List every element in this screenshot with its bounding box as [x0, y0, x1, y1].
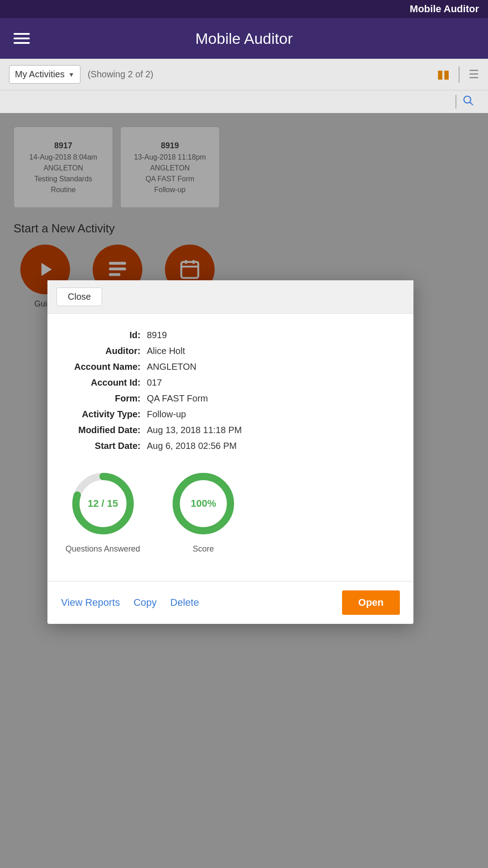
close-button[interactable]: Close [56, 288, 102, 306]
table-row: Modified Date: Aug 13, 2018 11:18 PM [66, 422, 395, 438]
grid-icon: ▮▮ [437, 67, 450, 81]
hamburger-menu-button[interactable] [14, 33, 30, 44]
field-value-start-date: Aug 6, 2018 02:56 PM [147, 438, 395, 454]
score-donut: 100% [167, 467, 239, 540]
field-value-form: QA FAST Form [147, 391, 395, 406]
search-button[interactable] [462, 94, 474, 110]
hamburger-line-3 [14, 42, 30, 44]
footer-actions: View Reports Copy Delete [61, 597, 199, 609]
list-view-button[interactable]: ☰ [469, 67, 479, 81]
field-label-activity-type: Activity Type: [66, 406, 147, 422]
modal-header: Close [47, 280, 413, 314]
list-icon: ☰ [469, 67, 479, 81]
field-label-auditor: Auditor: [66, 343, 147, 359]
nav-title: Mobile Auditor [195, 30, 292, 47]
field-value-id: 8919 [147, 327, 395, 343]
status-bar: Mobile Auditor [0, 0, 488, 18]
field-label-modified-date: Modified Date: [66, 422, 147, 438]
questions-donut-text: 12 / 15 [88, 498, 118, 509]
activity-detail-modal: Close Id: 8919 Auditor: Alice Holt Accou… [47, 280, 413, 624]
field-label-id: Id: [66, 327, 147, 343]
status-bar-title: Mobile Auditor [410, 3, 479, 15]
questions-answered-chart: 12 / 15 Questions Answered [66, 467, 140, 554]
toolbar-divider [459, 66, 460, 83]
hamburger-line-2 [14, 38, 30, 39]
modal-footer: View Reports Copy Delete Open [47, 581, 413, 624]
table-row: Account Id: 017 [66, 375, 395, 391]
field-label-form: Form: [66, 391, 147, 406]
search-icon [462, 94, 474, 107]
activities-dropdown[interactable]: My Activities ▼ [9, 65, 80, 84]
view-reports-button[interactable]: View Reports [61, 597, 120, 609]
field-value-modified-date: Aug 13, 2018 11:18 PM [147, 422, 395, 438]
table-row: Auditor: Alice Holt [66, 343, 395, 359]
score-donut-text: 100% [191, 498, 216, 509]
showing-label: (Showing 2 of 2) [88, 69, 154, 80]
table-row: Start Date: Aug 6, 2018 02:56 PM [66, 438, 395, 454]
top-nav: Mobile Auditor [0, 18, 488, 59]
chevron-down-icon: ▼ [68, 71, 75, 78]
score-chart-label: Score [193, 544, 214, 554]
score-chart: 100% Score [167, 467, 239, 554]
delete-button[interactable]: Delete [170, 597, 199, 609]
questions-chart-label: Questions Answered [66, 544, 140, 554]
search-row-divider [455, 95, 456, 108]
field-value-auditor: Alice Holt [147, 343, 395, 359]
main-content: 8917 14-Aug-2018 8:04am ANGLETON Testing… [0, 113, 488, 868]
grid-view-button[interactable]: ▮▮ [437, 67, 450, 81]
field-label-account-id: Account Id: [66, 375, 147, 391]
svg-point-0 [464, 96, 471, 103]
activities-dropdown-label: My Activities [15, 69, 65, 80]
toolbar: My Activities ▼ (Showing 2 of 2) ▮▮ ☰ [0, 59, 488, 90]
questions-donut: 12 / 15 [67, 467, 139, 540]
field-value-account-name: ANGLETON [147, 359, 395, 375]
hamburger-line-1 [14, 33, 30, 35]
field-value-account-id: 017 [147, 375, 395, 391]
field-label-start-date: Start Date: [66, 438, 147, 454]
search-row [0, 90, 488, 113]
copy-button[interactable]: Copy [133, 597, 156, 609]
toolbar-right: ▮▮ ☰ [437, 66, 479, 83]
field-value-activity-type: Follow-up [147, 406, 395, 422]
svg-line-1 [470, 102, 473, 105]
modal-body: Id: 8919 Auditor: Alice Holt Account Nam… [47, 314, 413, 581]
activity-info-table: Id: 8919 Auditor: Alice Holt Account Nam… [66, 327, 395, 454]
open-button[interactable]: Open [342, 590, 400, 615]
table-row: Activity Type: Follow-up [66, 406, 395, 422]
table-row: Id: 8919 [66, 327, 395, 343]
charts-row: 12 / 15 Questions Answered 100% [66, 467, 395, 554]
table-row: Form: QA FAST Form [66, 391, 395, 406]
table-row: Account Name: ANGLETON [66, 359, 395, 375]
field-label-account-name: Account Name: [66, 359, 147, 375]
